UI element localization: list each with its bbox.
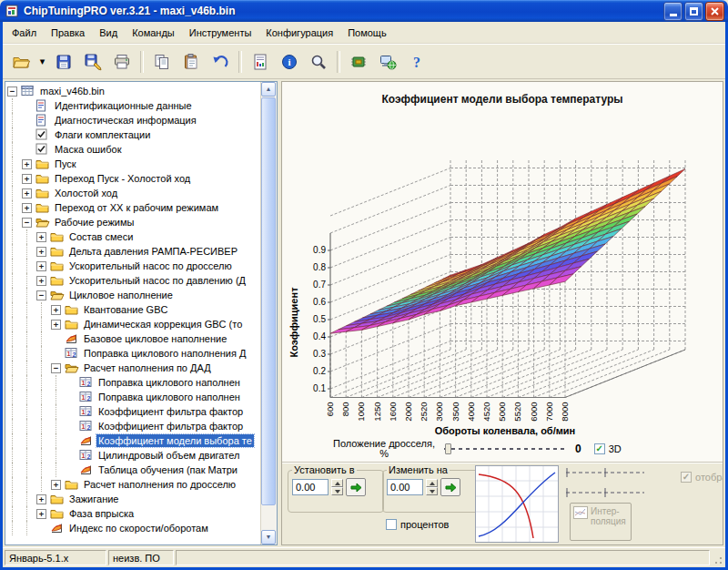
scroll-down-button[interactable]: ▼ [261,530,276,545]
range-slider-bottom[interactable] [566,487,644,498]
tree-item[interactable]: +Динамическая коррекция GBC (то [5,317,261,331]
menu-item[interactable]: Команды [125,25,182,41]
svg-text:0.4: 0.4 [313,331,326,341]
open-dropdown-button[interactable]: ▾ [35,47,49,76]
tree-item[interactable]: +Дельта давления РАМПА-РЕСИВЕР [5,244,261,259]
info-button[interactable]: i [275,47,304,76]
report-button[interactable] [246,47,275,76]
tree-item[interactable]: Диагностическая информация [5,113,261,127]
throttle-slider-thumb[interactable] [445,443,451,454]
menu-item[interactable]: Конфигурация [258,25,340,41]
tree-item[interactable]: 12Поправка циклового наполнен [5,390,261,404]
expand-icon[interactable]: + [22,203,32,213]
copy-button[interactable] [147,47,177,76]
expand-icon[interactable]: + [36,261,46,271]
network-button[interactable] [373,47,402,76]
collapse-icon[interactable]: − [22,218,32,228]
paste-button[interactable] [177,47,206,76]
tree-item-label: Поправка циклового наполнения Д [82,347,248,360]
tree-item[interactable]: +Переход Пуск - Холостой ход [5,171,261,186]
percent-checkbox[interactable]: ✓ [386,519,397,530]
expand-icon[interactable]: + [22,188,32,198]
tree-item[interactable]: 12Коэффициент фильтра фактор [5,419,261,433]
3d-checkbox[interactable]: ✓ [594,443,605,454]
tree-item[interactable]: −Цикловое наполнение [5,288,261,302]
close-button[interactable] [705,2,724,21]
throttle-slider[interactable] [444,443,564,454]
surface-chart[interactable]: 0.10.20.30.40.50.60.70.80.96008001000125… [287,106,720,437]
tree-item[interactable]: +Зажигание [5,492,261,506]
minimize-button[interactable] [663,2,682,21]
open-button[interactable] [6,47,35,76]
tree-item[interactable]: Флаги комплектации [5,127,261,142]
set-value-spinner[interactable] [331,479,343,495]
help-button[interactable]: ? [402,47,431,76]
maximize-button[interactable] [684,2,703,21]
tree-item[interactable]: Идентификационные данные [5,98,261,113]
tree-item-label: Переход Пуск - Холостой ход [53,172,192,185]
change-by-spinner[interactable] [426,479,438,495]
menu-item[interactable]: Инструменты [182,25,259,41]
tree-item[interactable]: +Пуск [5,157,261,171]
collapse-icon[interactable]: − [7,87,17,97]
collapse-icon[interactable]: − [51,363,61,373]
tree-item[interactable]: −maxi_v46b.bin [5,84,261,98]
expand-icon[interactable]: + [51,305,61,315]
print-button[interactable] [107,47,136,76]
set-value-input[interactable] [292,479,329,495]
tree-item[interactable]: Таблица обучения (пак Матри [5,463,261,477]
tree-guide-line [5,419,20,433]
scroll-up-button[interactable]: ▲ [261,82,276,97]
zoom-button[interactable] [304,47,333,76]
expand-icon[interactable]: + [36,509,46,519]
folder-icon [35,187,50,199]
tree-item[interactable]: +Состав смеси [5,229,261,244]
change-by-input[interactable] [387,479,423,495]
menu-item[interactable]: Правка [44,25,92,41]
tree-item[interactable]: −Расчет наполнения по ДАД [5,361,261,375]
tree-item[interactable]: +Холостой ход [5,186,261,200]
tree-item[interactable]: +Ускорительный насос по давлению (Д [5,273,261,288]
tree-item[interactable]: +Переход от ХХ к рабочим режимам [5,200,261,215]
scrollbar-thumb[interactable] [261,97,276,505]
expand-icon[interactable]: + [36,494,46,504]
tree-item[interactable]: +Квантование GBC [5,302,261,317]
tree-item[interactable]: 12Поправка циклового наполнения Д [5,346,261,361]
tree-item[interactable]: 12Коэффициент фильтра фактор [5,404,261,419]
tree-item[interactable]: −Рабочие режимы [5,215,261,229]
expand-icon[interactable]: + [36,232,46,242]
folder-icon [50,493,65,505]
expand-icon[interactable]: + [22,159,32,169]
tree-item[interactable]: +Фаза впрыска [5,506,261,521]
expand-icon[interactable]: + [36,276,46,286]
table3d-icon [79,463,94,476]
menu-item[interactable]: Вид [92,25,125,41]
resize-grip[interactable] [712,554,723,565]
apply-change-button[interactable] [440,478,460,496]
tree-item[interactable]: Коэффициент модели выбора те [5,433,261,448]
undo-button[interactable] [206,47,235,76]
save-as-button[interactable] [78,47,107,76]
tree-item[interactable]: 12Цилиндровый объем двигател [5,448,261,463]
tree-item[interactable]: Базовое цикловое наполнение [5,331,261,346]
menu-item[interactable]: Файл [5,25,44,41]
tree-item[interactable]: +Расчет наполнения по дросселю [5,477,261,492]
tree-item[interactable]: 12Поправка циклового наполнен [5,375,261,390]
menu-item[interactable]: Помощь [340,25,394,41]
tree-item[interactable]: Маска ошибок [5,142,261,157]
tree-item[interactable]: Индекс по скорости/оборотам [5,521,261,535]
function-preview-chart[interactable] [475,465,559,543]
expand-icon[interactable]: + [51,320,61,330]
folder-icon [50,507,65,520]
tree-scrollbar[interactable]: ▲ ▼ [260,82,277,545]
folder-icon [50,230,65,243]
range-slider-top[interactable] [566,467,644,478]
tree-item[interactable]: +Ускорительный насос по дросселю [5,259,261,273]
apply-set-button[interactable] [346,478,366,496]
save-button[interactable] [49,47,78,76]
collapse-icon[interactable]: − [36,290,46,300]
chip-button[interactable] [344,47,373,76]
expand-icon[interactable]: + [51,480,61,490]
expand-icon[interactable]: + [36,247,46,257]
expand-icon[interactable]: + [22,174,32,184]
